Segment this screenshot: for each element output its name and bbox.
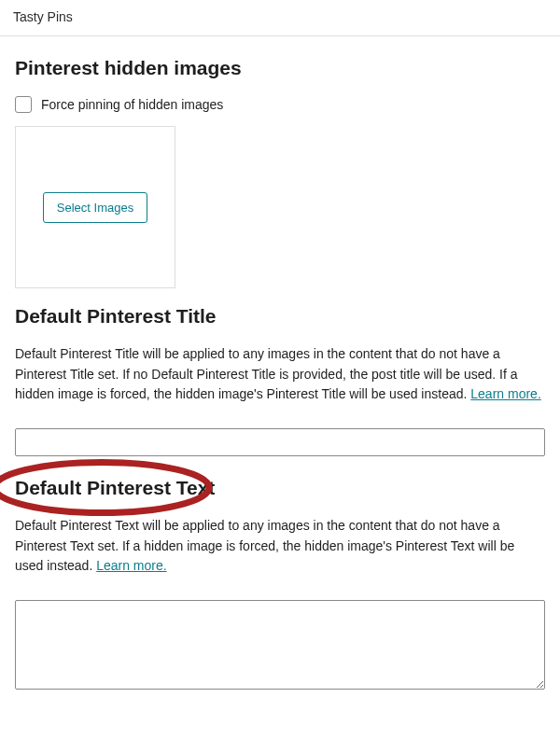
panel-content: Pinterest hidden images Force pinning of… (0, 36, 560, 712)
force-pin-checkbox[interactable] (15, 96, 32, 113)
pinterest-title-input[interactable] (15, 428, 545, 456)
panel-header: Tasty Pins (0, 0, 560, 36)
pinterest-text-textarea[interactable] (15, 600, 545, 690)
hidden-images-heading: Pinterest hidden images (15, 57, 545, 79)
pinterest-text-description: Default Pinterest Text will be applied t… (15, 516, 545, 577)
pinterest-title-learn-more-link[interactable]: Learn more. (470, 386, 540, 401)
pinterest-text-learn-more-link[interactable]: Learn more. (96, 558, 166, 573)
force-pin-row: Force pinning of hidden images (15, 96, 545, 113)
select-images-button[interactable]: Select Images (43, 192, 147, 223)
force-pin-label: Force pinning of hidden images (41, 97, 223, 112)
pinterest-title-heading: Default Pinterest Title (15, 305, 545, 328)
hidden-image-slot: Select Images (15, 126, 175, 288)
pinterest-title-description: Default Pinterest Title will be applied … (15, 344, 545, 405)
panel-title: Tasty Pins (13, 9, 73, 24)
pinterest-text-heading: Default Pinterest Text (15, 477, 545, 499)
